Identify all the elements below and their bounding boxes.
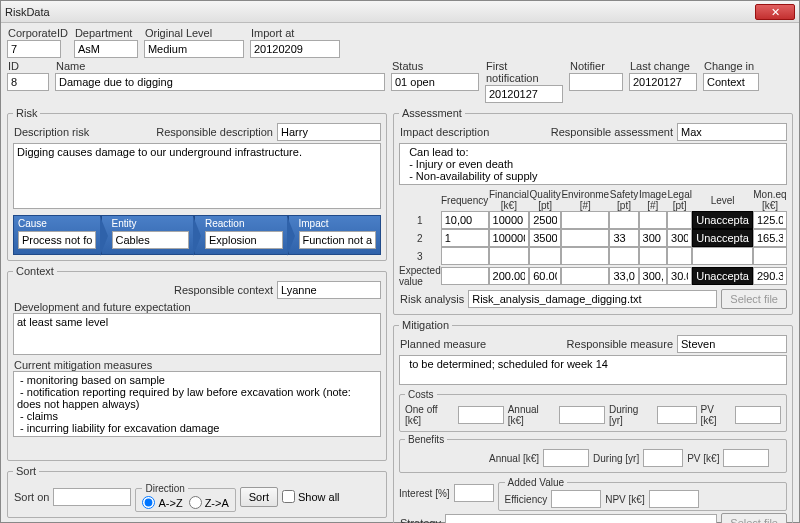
cost-oneoff[interactable] xyxy=(458,406,504,424)
row-moneq[interactable] xyxy=(753,211,787,229)
mitigation-selectfile-button[interactable]: Select file xyxy=(721,513,787,523)
context-resp-input[interactable] xyxy=(277,281,381,299)
context-cur-textarea[interactable]: - monitoring based on sample - notificat… xyxy=(13,371,381,437)
row-fin[interactable] xyxy=(489,247,530,265)
chev-impact: Impact xyxy=(288,215,382,255)
sort-legend: Sort xyxy=(13,465,39,477)
status-input[interactable] xyxy=(391,73,479,91)
lastchange-input[interactable] xyxy=(629,73,697,91)
assessment-resp-input[interactable] xyxy=(677,123,787,141)
exp-env[interactable] xyxy=(561,267,609,285)
radio-za[interactable]: Z->A xyxy=(189,496,229,509)
department-input[interactable] xyxy=(74,40,138,58)
assessment-impact-textarea[interactable]: Can lead to: - Injury or even death - No… xyxy=(399,143,787,185)
sort-button[interactable]: Sort xyxy=(240,487,278,507)
context-dev-label: Development and future expectation xyxy=(13,301,381,313)
direction-group: Direction A->Z Z->A xyxy=(135,483,235,512)
risk-group: Risk Description risk Responsible descri… xyxy=(7,107,387,261)
exp-qual[interactable] xyxy=(529,267,561,285)
npv-input[interactable] xyxy=(649,490,699,508)
row-moneq[interactable] xyxy=(753,229,787,247)
interest-input[interactable] xyxy=(454,484,494,502)
assessment-selectfile-button[interactable]: Select file xyxy=(721,289,787,309)
row-freq[interactable] xyxy=(441,247,489,265)
row-image[interactable] xyxy=(639,211,668,229)
exp-safety[interactable] xyxy=(609,267,638,285)
cost-pv[interactable] xyxy=(735,406,781,424)
firstnotif-input[interactable] xyxy=(485,85,563,103)
radio-az[interactable]: A->Z xyxy=(142,496,182,509)
row-safety[interactable] xyxy=(609,211,638,229)
riskanalysis-label: Risk analysis xyxy=(399,293,464,305)
chev-cause: Cause xyxy=(13,215,101,255)
name-input[interactable] xyxy=(55,73,385,91)
row-env[interactable] xyxy=(561,229,609,247)
exp-freq[interactable] xyxy=(441,267,489,285)
row-level: Unaccepta xyxy=(692,229,753,247)
exp-legal[interactable] xyxy=(667,267,692,285)
ben-during[interactable] xyxy=(643,449,683,467)
id-input xyxy=(7,73,49,91)
row-level[interactable] xyxy=(692,247,753,265)
costs-group: Costs One off [k€] Annual [k€] During [y… xyxy=(399,389,787,432)
chev-impact-input[interactable] xyxy=(299,231,377,249)
chev-reaction-input[interactable] xyxy=(205,231,283,249)
sorton-input[interactable] xyxy=(53,488,131,506)
addedvalue-group: Added Value Efficiency NPV [k€] xyxy=(498,477,787,511)
row-fin[interactable] xyxy=(489,229,530,247)
status-label: Status xyxy=(391,60,479,72)
cost-annual[interactable] xyxy=(559,406,605,424)
row-legal[interactable] xyxy=(667,247,692,265)
row-env[interactable] xyxy=(561,211,609,229)
row-safety[interactable] xyxy=(609,229,638,247)
risk-resp-input[interactable] xyxy=(277,123,381,141)
context-dev-textarea[interactable]: at least same level xyxy=(13,313,381,355)
close-button[interactable]: ✕ xyxy=(755,4,795,20)
efficiency-input[interactable] xyxy=(551,490,601,508)
row-fin[interactable] xyxy=(489,211,530,229)
original-level-input[interactable] xyxy=(144,40,244,58)
strategy-input[interactable] xyxy=(445,514,717,523)
notifier-input[interactable] xyxy=(569,73,623,91)
row-moneq[interactable] xyxy=(753,247,787,265)
risk-resp-label: Responsible description xyxy=(155,126,273,138)
benefits-group: Benefits Annual [k€] During [yr] PV [k€] xyxy=(399,434,787,473)
showall-check[interactable]: Show all xyxy=(282,490,340,503)
cost-during[interactable] xyxy=(657,406,697,424)
id-label: ID xyxy=(7,60,49,72)
chev-reaction: Reaction xyxy=(194,215,288,255)
chev-cause-input[interactable] xyxy=(18,231,96,249)
row-qual[interactable] xyxy=(529,211,561,229)
titlebar: RiskData ✕ xyxy=(1,1,799,23)
row-freq[interactable] xyxy=(441,229,489,247)
row-legal[interactable] xyxy=(667,211,692,229)
assessment-group: Assessment Impact description Responsibl… xyxy=(393,107,793,315)
lastchange-label: Last change xyxy=(629,60,697,72)
row-freq[interactable] xyxy=(441,211,489,229)
riskanalysis-input[interactable] xyxy=(468,290,717,308)
row-env[interactable] xyxy=(561,247,609,265)
row-safety[interactable] xyxy=(609,247,638,265)
exp-moneq[interactable] xyxy=(753,267,787,285)
row-qual[interactable] xyxy=(529,229,561,247)
ben-annual[interactable] xyxy=(543,449,589,467)
row-level: Unaccepta xyxy=(692,211,753,229)
row-image[interactable] xyxy=(639,229,668,247)
context-legend: Context xyxy=(13,265,57,277)
exp-image[interactable] xyxy=(639,267,668,285)
import-at-input[interactable] xyxy=(250,40,340,58)
planned-textarea[interactable]: to be determined; scheduled for week 14 xyxy=(399,355,787,385)
row-legal[interactable] xyxy=(667,229,692,247)
changein-input[interactable] xyxy=(703,73,759,91)
row-image[interactable] xyxy=(639,247,668,265)
mitigation-resp-input[interactable] xyxy=(677,335,787,353)
assessment-impact-label: Impact description xyxy=(399,126,546,138)
exp-fin[interactable] xyxy=(489,267,530,285)
risk-desc-textarea[interactable]: Digging causes damage to our underground… xyxy=(13,143,381,209)
corporateid-input[interactable] xyxy=(7,40,61,58)
changein-label: Change in xyxy=(703,60,759,72)
chev-entity-input[interactable] xyxy=(112,231,190,249)
context-cur-label: Current mitigation measures xyxy=(13,359,381,371)
row-qual[interactable] xyxy=(529,247,561,265)
ben-pv[interactable] xyxy=(723,449,769,467)
